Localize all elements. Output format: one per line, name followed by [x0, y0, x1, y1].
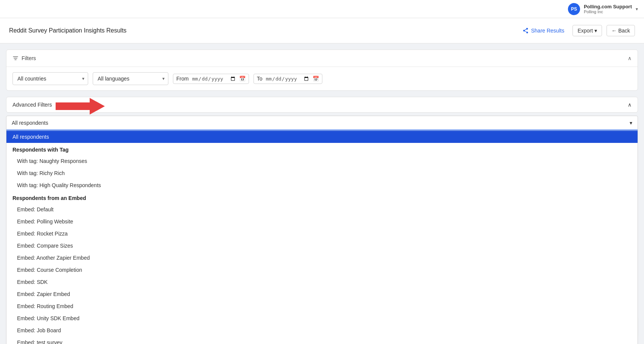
list-item[interactable]: Embed: Zapier Embed [6, 288, 638, 300]
to-date-filter: To 📅 [254, 74, 323, 84]
filters-collapse-icon: ∧ [628, 55, 632, 61]
from-date-filter: From 📅 [173, 74, 249, 84]
user-name: Polling.com Support [584, 4, 632, 9]
list-item[interactable]: With tag: Naughty Responses [6, 155, 638, 167]
languages-filter-wrap: All languages ▾ [93, 72, 168, 85]
filters-section: Filters ∧ All countries ▾ All languages [6, 50, 638, 91]
list-item[interactable]: Embed: Polling Website [6, 215, 638, 228]
advanced-filters-section: Advanced Filters ∧ [6, 97, 638, 113]
list-item[interactable]: Embed: Unity SDK Embed [6, 312, 638, 324]
list-item[interactable]: Embed: Rocket Pizza [6, 228, 638, 240]
header-actions: Share Results Export ▾ ← Back [519, 25, 635, 36]
to-date-input[interactable] [265, 76, 310, 82]
user-avatar: PS [568, 3, 580, 15]
filters-title-label: Filters [22, 55, 36, 61]
list-item[interactable]: Embed: SDK [6, 276, 638, 288]
advanced-filters-title: Advanced Filters [12, 102, 52, 108]
from-date-input[interactable] [192, 76, 236, 82]
filters-row: All countries ▾ All languages ▾ From 📅 [12, 72, 632, 85]
list-item[interactable]: Embed: Compare Sizes [6, 240, 638, 252]
back-label: Back [618, 28, 630, 34]
list-item[interactable]: Embed: Job Board [6, 324, 638, 336]
from-calendar-icon: 📅 [239, 76, 246, 82]
export-label: Export [577, 28, 593, 34]
dropdown-chevron-icon: ▾ [630, 120, 632, 126]
top-bar: PS Polling.com Support Polling Inc ▾ [0, 0, 644, 18]
advanced-filters-header[interactable]: Advanced Filters ∧ [6, 97, 638, 112]
user-menu[interactable]: PS Polling.com Support Polling Inc ▾ [568, 3, 638, 15]
list-item[interactable]: Embed: Course Completion [6, 264, 638, 276]
list-item: Respondents from an Embed [6, 191, 638, 203]
main-content: Filters ∧ All countries ▾ All languages [0, 50, 644, 344]
dropdown-list: All respondents Respondents with Tag Wit… [6, 130, 638, 344]
from-label: From [176, 76, 189, 82]
list-item[interactable]: With tag: Richy Rich [6, 167, 638, 179]
filter-icon [12, 55, 19, 61]
dropdown-selected-label: All respondents [12, 120, 48, 126]
export-button[interactable]: Export ▾ [572, 25, 602, 36]
respondents-dropdown-trigger[interactable]: All respondents ▾ [6, 116, 638, 130]
to-label: To [257, 76, 263, 82]
list-item[interactable]: Embed: Routing Embed [6, 300, 638, 312]
filters-header[interactable]: Filters ∧ [6, 50, 638, 67]
back-button[interactable]: ← Back [607, 25, 635, 36]
page-title: Reddit Survey Participation Insights Res… [9, 27, 126, 34]
list-item[interactable]: With tag: High Quality Respondents [6, 179, 638, 191]
languages-select[interactable]: All languages [93, 72, 168, 85]
back-arrow-icon: ← [611, 28, 617, 34]
share-results-label: Share Results [531, 28, 564, 34]
share-results-button[interactable]: Share Results [519, 25, 568, 36]
user-chevron-icon: ▾ [636, 6, 638, 12]
share-icon [523, 28, 529, 34]
list-item[interactable]: Embed: Default [6, 203, 638, 215]
user-org: Polling Inc [584, 9, 632, 14]
list-item[interactable]: Embed: Another Zapier Embed [6, 252, 638, 264]
to-calendar-icon: 📅 [313, 76, 319, 82]
countries-filter-wrap: All countries ▾ [12, 72, 88, 85]
page-header: Reddit Survey Participation Insights Res… [0, 18, 644, 43]
filters-body: All countries ▾ All languages ▾ From 📅 [6, 67, 638, 90]
advanced-filters-collapse-icon: ∧ [628, 102, 632, 108]
countries-select[interactable]: All countries [12, 72, 88, 85]
list-item: Respondents with Tag [6, 143, 638, 155]
list-item[interactable]: All respondents [6, 131, 638, 143]
export-chevron-icon: ▾ [594, 28, 597, 34]
respondents-dropdown-container: All respondents ▾ All respondents Respon… [6, 116, 638, 344]
list-item[interactable]: Embed: test survey [6, 336, 638, 344]
